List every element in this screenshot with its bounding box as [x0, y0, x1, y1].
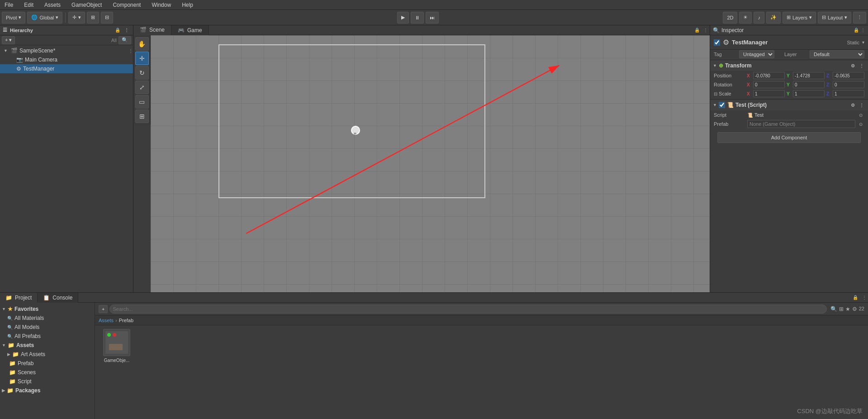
project-add-button[interactable]: +	[99, 305, 108, 313]
menu-edit[interactable]: Edit	[21, 2, 36, 8]
audio-button[interactable]: ♪	[754, 12, 764, 24]
tree-item-maincamera[interactable]: 📷 Main Camera	[0, 55, 133, 64]
scale-z-input[interactable]	[833, 90, 864, 97]
sidebar-all-models[interactable]: 🔍 All Models	[0, 323, 95, 332]
tool-scale[interactable]: ⤢	[135, 81, 149, 94]
menu-assets[interactable]: Assets	[42, 2, 63, 8]
global-button[interactable]: 🌐 Global ▾	[27, 12, 62, 24]
tab-game[interactable]: 🎮 Game	[171, 25, 209, 35]
breadcrumb-assets[interactable]: Assets	[99, 318, 114, 323]
more-button[interactable]: ⋮	[853, 12, 866, 24]
prefab-field[interactable]: None (Game Object)	[747, 120, 855, 128]
project-bookmark-icon[interactable]: ★	[845, 306, 850, 312]
content-area: ☰ Hierarchy 🔒 ⋮ + ▾ All 🔍 ▼ 🎬 SampleScen…	[0, 25, 868, 292]
layers-button[interactable]: ⊞ Layers ▾	[783, 12, 816, 24]
transform-more-icon[interactable]: ⋮	[858, 62, 865, 69]
tab-console[interactable]: 📋 Console	[38, 293, 78, 303]
sidebar-all-materials[interactable]: 🔍 All Materials	[0, 314, 95, 323]
rotation-z-input[interactable]	[833, 81, 864, 88]
step-button[interactable]: ⏭	[426, 12, 439, 24]
test-script-settings-icon[interactable]: ⚙	[849, 101, 856, 109]
scene-more-icon2[interactable]: ⋮	[702, 28, 710, 33]
menu-file[interactable]: File	[2, 2, 16, 8]
play-button[interactable]: ▶	[397, 12, 409, 24]
scale-y-input[interactable]	[793, 90, 825, 97]
scale-x-input[interactable]	[753, 90, 785, 97]
position-x-input[interactable]	[753, 72, 785, 79]
menu-gameobject[interactable]: GameObject	[69, 2, 104, 8]
transform-arrow-icon: ▼	[713, 63, 717, 68]
project-grid-icon[interactable]: ⊞	[839, 306, 844, 312]
breadcrumb-prefab[interactable]: Prefab	[119, 318, 133, 323]
position-z-input[interactable]	[833, 72, 864, 79]
test-script-more-icon[interactable]: ⋮	[858, 101, 865, 109]
project-tab-label: Project	[15, 295, 32, 301]
hierarchy-lock-icon[interactable]: 🔒	[114, 27, 121, 34]
sidebar-art-assets[interactable]: ▶ 📁 Art Assets	[0, 350, 95, 359]
hierarchy-search-button[interactable]: 🔍	[119, 36, 131, 44]
tool-hand[interactable]: ✋	[135, 37, 149, 51]
search-filter-icon[interactable]: 🔍	[830, 306, 837, 312]
position-xyz: X Y Z	[747, 72, 864, 79]
project-search-input[interactable]	[109, 305, 826, 314]
sidebar-all-prefabs[interactable]: 🔍 All Prefabs	[0, 332, 95, 341]
hierarchy-add-button[interactable]: + ▾	[2, 36, 15, 44]
position-y-input[interactable]	[793, 72, 825, 79]
packages-folder-icon: 📁	[7, 387, 14, 394]
sidebar-prefab[interactable]: 📁 Prefab	[0, 359, 95, 368]
layer-select[interactable]: Default	[810, 50, 864, 58]
menu-window[interactable]: Window	[149, 2, 174, 8]
x-axis-label: X	[747, 73, 752, 78]
test-script-enabled[interactable]	[719, 102, 725, 108]
rotation-y-input[interactable]	[793, 81, 825, 88]
transform-settings-icon[interactable]: ⚙	[849, 62, 856, 69]
static-dropdown-icon[interactable]: ▾	[862, 40, 864, 45]
snap2-button[interactable]: ⊟	[101, 12, 113, 24]
scale-link-icon: ⊟	[714, 91, 717, 96]
prefab-pick-icon[interactable]: ⊙	[857, 120, 864, 128]
scene-lock-icon[interactable]: 🔒	[693, 28, 702, 33]
tab-project[interactable]: 📁 Project	[0, 293, 38, 303]
add-component-button[interactable]: Add Component	[717, 132, 861, 143]
inspector-more-icon[interactable]: ⋮	[861, 28, 865, 33]
object-active-checkbox[interactable]	[714, 39, 720, 46]
sidebar-script[interactable]: 📁 Script	[0, 377, 95, 386]
pause-button[interactable]: ⏸	[411, 12, 424, 24]
pivot-button[interactable]: Pivot ▾	[2, 12, 25, 24]
sidebar-favorites[interactable]: ▼ ★ Favorites	[0, 305, 95, 314]
bottom-panel-more-icon[interactable]: ⋮	[861, 294, 868, 301]
tree-item-testmanager[interactable]: ⚙ TestManager	[0, 64, 133, 73]
tool-rect[interactable]: ▭	[135, 95, 149, 109]
rotation-x-input[interactable]	[753, 81, 785, 88]
transform-header[interactable]: ▼ ⊕ Transform ⚙ ⋮	[710, 60, 868, 71]
scene-viewport[interactable]	[151, 35, 710, 292]
2d-button[interactable]: 2D	[723, 12, 737, 24]
scene-more-icon[interactable]: ⋮	[128, 48, 133, 53]
sidebar-assets[interactable]: ▼ 📁 Assets	[0, 341, 95, 350]
bottom-panel-lock-icon[interactable]: 🔒	[852, 294, 859, 301]
light-button[interactable]: ☀	[739, 12, 752, 24]
file-item-gameobje[interactable]: GameObje...	[99, 329, 135, 363]
tool-transform[interactable]: ⊞	[135, 110, 149, 123]
tab-scene[interactable]: 🎬 Scene	[133, 25, 171, 35]
transform-title: Transform	[725, 62, 752, 69]
hierarchy-more-icon[interactable]: ⋮	[123, 27, 130, 34]
menu-help[interactable]: Help	[179, 2, 196, 8]
art-assets-arrow-icon: ▶	[7, 352, 10, 357]
project-settings-icon[interactable]: ⚙	[852, 306, 857, 312]
move-tools-button[interactable]: ✛ ▾	[68, 12, 85, 24]
snap-button[interactable]: ⊞	[87, 12, 99, 24]
script-pick-icon[interactable]: ⊙	[857, 111, 864, 119]
sidebar-packages[interactable]: ▶ 📁 Packages	[0, 386, 95, 395]
tool-rotate[interactable]: ↻	[135, 66, 149, 80]
tag-select[interactable]: Untagged	[739, 50, 774, 58]
layout-button[interactable]: ⊟ Layout ▾	[818, 12, 851, 24]
test-script-header[interactable]: ▼ 📜 Test (Script) ⚙ ⋮	[710, 100, 868, 110]
fx-button[interactable]: ✨	[766, 12, 781, 24]
inspector-lock-icon[interactable]: 🔒	[854, 28, 859, 33]
tree-item-samplescene[interactable]: ▼ 🎬 SampleScene* ⋮	[0, 46, 133, 55]
tool-move[interactable]: ✛	[135, 52, 149, 65]
test-script-actions: ⚙ ⋮	[849, 101, 865, 109]
sidebar-scenes[interactable]: 📁 Scenes	[0, 368, 95, 377]
menu-component[interactable]: Component	[110, 2, 143, 8]
